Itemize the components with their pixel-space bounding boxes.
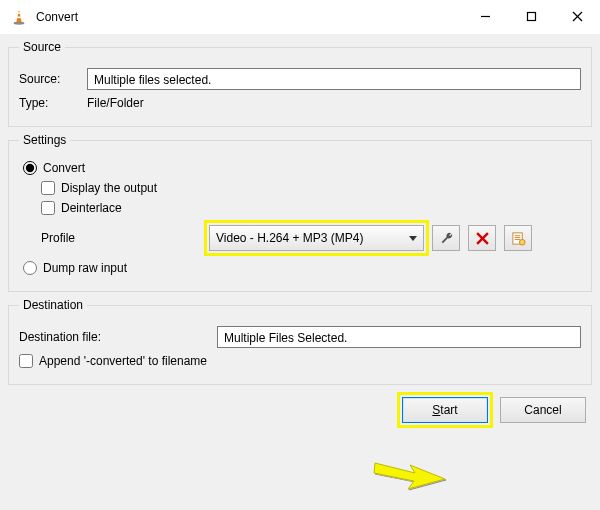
dump-raw-radio[interactable]: Dump raw input [23,261,581,275]
dump-raw-label: Dump raw input [43,261,127,275]
convert-radio-label: Convert [43,161,85,175]
source-field[interactable]: Multiple files selected. [87,68,581,90]
profile-label: Profile [41,231,201,245]
svg-rect-5 [527,13,535,21]
display-output-checkbox-input[interactable] [41,181,55,195]
settings-legend: Settings [19,133,70,147]
source-field-value: Multiple files selected. [94,73,211,87]
close-button[interactable] [554,2,600,32]
start-button-label: Start [432,403,457,417]
type-value: File/Folder [87,96,144,110]
chevron-down-icon [409,236,417,241]
profile-dropdown[interactable]: Video - H.264 + MP3 (MP4) [209,225,424,251]
source-label: Source: [19,72,79,86]
cancel-button-label: Cancel [524,403,561,417]
cancel-button[interactable]: Cancel [500,397,586,423]
settings-group: Settings Convert Display the output Dein… [8,133,592,292]
convert-radio[interactable]: Convert [23,161,581,175]
deinterlace-checkbox-input[interactable] [41,201,55,215]
deinterlace-checkbox[interactable]: Deinterlace [41,201,581,215]
svg-rect-2 [17,16,22,18]
append-converted-checkbox[interactable]: Append '-converted' to filename [19,354,581,368]
maximize-button[interactable] [508,2,554,32]
new-profile-button[interactable] [504,225,532,251]
svg-marker-0 [16,9,21,22]
append-converted-label: Append '-converted' to filename [39,354,207,368]
wrench-icon [439,231,454,246]
destination-field[interactable]: Multiple Files Selected. [217,326,581,348]
minimize-button[interactable] [462,2,508,32]
delete-icon [476,232,489,245]
source-legend: Source [19,40,65,54]
svg-point-3 [14,21,25,24]
svg-point-14 [519,239,525,245]
start-button[interactable]: Start [402,397,488,423]
display-output-checkbox[interactable]: Display the output [41,181,581,195]
new-profile-icon [511,231,526,246]
append-converted-checkbox-input[interactable] [19,354,33,368]
destination-label: Destination file: [19,330,209,344]
destination-legend: Destination [19,298,87,312]
display-output-label: Display the output [61,181,157,195]
type-label: Type: [19,96,79,110]
window-title: Convert [36,10,78,24]
edit-profile-button[interactable] [432,225,460,251]
source-group: Source Source: Multiple files selected. … [8,40,592,127]
destination-group: Destination Destination file: Multiple F… [8,298,592,385]
app-icon [10,8,28,26]
convert-radio-input[interactable] [23,161,37,175]
deinterlace-label: Deinterlace [61,201,122,215]
dialog-button-bar: Start Cancel [8,391,592,425]
titlebar: Convert [0,0,600,34]
destination-field-value: Multiple Files Selected. [224,331,347,345]
delete-profile-button[interactable] [468,225,496,251]
svg-rect-1 [17,12,20,13]
profile-dropdown-value: Video - H.264 + MP3 (MP4) [216,231,403,245]
dump-raw-radio-input[interactable] [23,261,37,275]
